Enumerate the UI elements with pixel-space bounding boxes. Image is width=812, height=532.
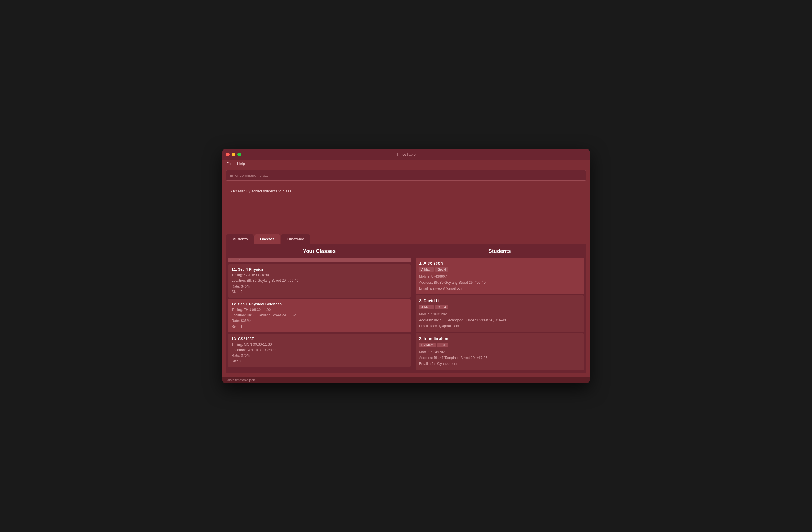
content-area: Your Classes Size: 2 11. Sec 4 Physics T… (226, 244, 586, 373)
student-name-1: 1. Alex Yeoh (419, 261, 580, 265)
menu-file[interactable]: File (226, 162, 232, 166)
class-name-11: 11. Sec 4 Physics (232, 267, 407, 272)
student-detail-3: Mobile: 92492021 Address: Blk 47 Tampine… (419, 349, 580, 367)
tag-amath-1: A Math (419, 267, 434, 272)
class-item-12[interactable]: 12. Sec 1 Physical Sciences Timing: THU … (228, 299, 411, 332)
class-detail-12: Timing: THU 09:30-11:00 Location: Blk 30… (232, 307, 407, 330)
minimize-button[interactable] (232, 153, 235, 156)
tabs: Students Classes Timetable (226, 234, 586, 244)
statusbar: ./data/timetable.json (222, 377, 590, 383)
menubar: File Help (222, 160, 590, 168)
size-bar-label: Size: 2 (230, 258, 240, 262)
students-panel-title: Students (413, 244, 586, 258)
class-item-13[interactable]: 13. CS2103T Timing: MON 09:30-11:30 Loca… (228, 334, 411, 367)
menu-help[interactable]: Help (237, 162, 245, 166)
close-button[interactable] (226, 153, 230, 156)
tag-amath-2: A Math (419, 305, 434, 310)
student-detail-2: Mobile: 91031282 Address: Blk 436 Serang… (419, 311, 580, 329)
student-tags-2: A Math Sec 4 (419, 305, 580, 310)
traffic-lights (226, 153, 241, 156)
class-name-12: 12. Sec 1 Physical Sciences (232, 302, 407, 306)
student-detail-1: Mobile: 87438807 Address: Blk 30 Geylang… (419, 274, 580, 291)
class-detail-11: Timing: SAT 16:00-18:00 Location: Blk 30… (232, 272, 407, 295)
student-item-3: 3. Irfan Ibrahim H2 Math JC1 Mobile: 924… (416, 333, 584, 370)
student-name-2: 2. David Li (419, 298, 580, 303)
output-area: Successfully added students to class (226, 186, 586, 232)
tag-sec4-2: Sec 4 (435, 305, 448, 310)
statusbar-path: ./data/timetable.json (226, 378, 255, 382)
student-tags-3: H2 Math JC1 (419, 343, 580, 347)
student-item-2: 2. David Li A Math Sec 4 Mobile: 9103128… (416, 296, 584, 332)
tag-jc1-3: JC1 (437, 343, 448, 347)
student-name-3: 3. Irfan Ibrahim (419, 336, 580, 341)
students-panel: Students 1. Alex Yeoh A Math Sec 4 Mobil… (413, 244, 586, 373)
size-bar: Size: 2 (228, 258, 411, 262)
divider (226, 183, 586, 183)
classes-panel-title: Your Classes (226, 244, 413, 258)
classes-panel: Your Classes Size: 2 11. Sec 4 Physics T… (226, 244, 413, 373)
tab-classes[interactable]: Classes (254, 234, 280, 244)
tab-timetable[interactable]: Timetable (281, 234, 310, 244)
maximize-button[interactable] (237, 153, 241, 156)
class-detail-13: Timing: MON 09:30-11:30 Location: Nex Tu… (232, 342, 407, 364)
command-bar (226, 170, 586, 181)
student-tags-1: A Math Sec 4 (419, 267, 580, 272)
tab-students[interactable]: Students (226, 234, 254, 244)
class-item-11[interactable]: 11. Sec 4 Physics Timing: SAT 16:00-18:0… (228, 264, 411, 298)
tag-sec4-1: Sec 4 (435, 267, 448, 272)
student-item-1: 1. Alex Yeoh A Math Sec 4 Mobile: 874388… (416, 258, 584, 294)
main-window: TimesTable File Help Successfully added … (222, 149, 590, 383)
tag-h2math-3: H2 Math (419, 343, 436, 347)
command-input[interactable] (230, 173, 582, 178)
titlebar: TimesTable (222, 149, 590, 160)
output-message: Successfully added students to class (229, 189, 291, 193)
window-title: TimesTable (396, 152, 416, 157)
class-name-13: 13. CS2103T (232, 336, 407, 341)
